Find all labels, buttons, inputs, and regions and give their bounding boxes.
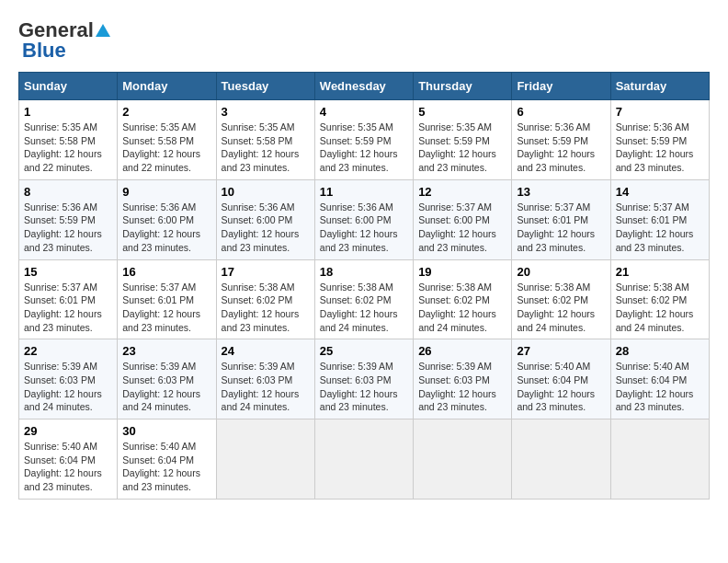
weekday-header-monday: Monday — [118, 73, 216, 100]
day-info: Sunrise: 5:39 AMSunset: 6:03 PMDaylight:… — [24, 361, 102, 412]
day-number: 24 — [222, 344, 310, 358]
calendar-day-3: 3 Sunrise: 5:35 AMSunset: 5:58 PMDayligh… — [216, 100, 314, 180]
weekday-header-thursday: Thursday — [414, 73, 512, 100]
calendar-day-17: 17 Sunrise: 5:38 AMSunset: 6:02 PMDaylig… — [216, 259, 314, 339]
calendar-day-1: 1 Sunrise: 5:35 AMSunset: 5:58 PMDayligh… — [19, 100, 118, 180]
day-info: Sunrise: 5:40 AMSunset: 6:04 PMDaylight:… — [24, 441, 102, 492]
calendar-header-row: SundayMondayTuesdayWednesdayThursdayFrid… — [19, 73, 710, 100]
day-info: Sunrise: 5:37 AMSunset: 6:01 PMDaylight:… — [517, 201, 595, 253]
calendar-day-6: 6 Sunrise: 5:36 AMSunset: 5:59 PMDayligh… — [512, 100, 610, 180]
day-number: 13 — [517, 185, 605, 199]
day-info: Sunrise: 5:36 AMSunset: 6:00 PMDaylight:… — [320, 201, 398, 253]
calendar-day-13: 13 Sunrise: 5:37 AMSunset: 6:01 PMDaylig… — [512, 179, 610, 259]
calendar-day-7: 7 Sunrise: 5:36 AMSunset: 5:59 PMDayligh… — [610, 100, 709, 180]
day-info: Sunrise: 5:36 AMSunset: 6:00 PMDaylight:… — [122, 201, 200, 253]
day-info: Sunrise: 5:36 AMSunset: 5:59 PMDaylight:… — [24, 201, 102, 253]
day-info: Sunrise: 5:38 AMSunset: 6:02 PMDaylight:… — [222, 282, 300, 333]
calendar-day-2: 2 Sunrise: 5:35 AMSunset: 5:58 PMDayligh… — [118, 100, 216, 180]
day-number: 20 — [517, 265, 605, 279]
day-info: Sunrise: 5:38 AMSunset: 6:02 PMDaylight:… — [320, 282, 398, 333]
day-number: 10 — [222, 185, 310, 199]
day-number: 16 — [122, 265, 210, 279]
calendar-day-25: 25 Sunrise: 5:39 AMSunset: 6:03 PMDaylig… — [314, 339, 413, 419]
page-header: General Blue — [18, 18, 710, 63]
calendar-empty-cell — [414, 419, 512, 500]
calendar-day-29: 29 Sunrise: 5:40 AMSunset: 6:04 PMDaylig… — [19, 419, 118, 500]
day-number: 23 — [122, 344, 210, 358]
day-info: Sunrise: 5:35 AMSunset: 5:58 PMDaylight:… — [122, 121, 200, 173]
day-number: 4 — [320, 105, 408, 119]
day-info: Sunrise: 5:35 AMSunset: 5:59 PMDaylight:… — [320, 121, 398, 173]
day-info: Sunrise: 5:36 AMSunset: 5:59 PMDaylight:… — [616, 121, 694, 173]
logo-triangle-icon — [96, 24, 110, 37]
calendar-day-12: 12 Sunrise: 5:37 AMSunset: 6:00 PMDaylig… — [414, 179, 512, 259]
calendar-day-24: 24 Sunrise: 5:39 AMSunset: 6:03 PMDaylig… — [216, 339, 314, 419]
calendar-empty-cell — [610, 419, 709, 500]
day-info: Sunrise: 5:39 AMSunset: 6:03 PMDaylight:… — [222, 361, 300, 412]
weekday-header-friday: Friday — [512, 73, 610, 100]
day-info: Sunrise: 5:38 AMSunset: 6:02 PMDaylight:… — [616, 282, 694, 333]
day-number: 11 — [320, 185, 408, 199]
day-info: Sunrise: 5:35 AMSunset: 5:59 PMDaylight:… — [418, 121, 496, 173]
day-number: 3 — [222, 105, 310, 119]
calendar-table: SundayMondayTuesdayWednesdayThursdayFrid… — [18, 72, 710, 500]
calendar-day-9: 9 Sunrise: 5:36 AMSunset: 6:00 PMDayligh… — [118, 179, 216, 259]
day-number: 18 — [320, 265, 408, 279]
calendar-day-19: 19 Sunrise: 5:38 AMSunset: 6:02 PMDaylig… — [414, 259, 512, 339]
calendar-day-18: 18 Sunrise: 5:38 AMSunset: 6:02 PMDaylig… — [314, 259, 413, 339]
day-info: Sunrise: 5:38 AMSunset: 6:02 PMDaylight:… — [418, 282, 496, 333]
day-info: Sunrise: 5:39 AMSunset: 6:03 PMDaylight:… — [122, 361, 200, 412]
day-number: 21 — [616, 265, 704, 279]
day-number: 5 — [418, 105, 506, 119]
calendar-day-14: 14 Sunrise: 5:37 AMSunset: 6:01 PMDaylig… — [610, 179, 709, 259]
day-info: Sunrise: 5:39 AMSunset: 6:03 PMDaylight:… — [418, 361, 496, 412]
calendar-empty-cell — [314, 419, 413, 500]
logo: General Blue — [18, 18, 110, 63]
calendar-day-8: 8 Sunrise: 5:36 AMSunset: 5:59 PMDayligh… — [19, 179, 118, 259]
day-info: Sunrise: 5:36 AMSunset: 5:59 PMDaylight:… — [517, 121, 595, 173]
day-number: 29 — [24, 424, 112, 438]
logo-blue-text: Blue — [18, 39, 66, 63]
calendar-day-20: 20 Sunrise: 5:38 AMSunset: 6:02 PMDaylig… — [512, 259, 610, 339]
calendar-day-22: 22 Sunrise: 5:39 AMSunset: 6:03 PMDaylig… — [19, 339, 118, 419]
calendar-day-27: 27 Sunrise: 5:40 AMSunset: 6:04 PMDaylig… — [512, 339, 610, 419]
day-number: 26 — [418, 344, 506, 358]
calendar-empty-cell — [216, 419, 314, 500]
day-number: 14 — [616, 185, 704, 199]
calendar-day-26: 26 Sunrise: 5:39 AMSunset: 6:03 PMDaylig… — [414, 339, 512, 419]
day-info: Sunrise: 5:37 AMSunset: 6:01 PMDaylight:… — [122, 282, 200, 333]
day-number: 28 — [616, 344, 704, 358]
day-number: 8 — [24, 185, 112, 199]
day-number: 12 — [418, 185, 506, 199]
calendar-week-row: 1 Sunrise: 5:35 AMSunset: 5:58 PMDayligh… — [19, 100, 710, 180]
calendar-day-21: 21 Sunrise: 5:38 AMSunset: 6:02 PMDaylig… — [610, 259, 709, 339]
day-info: Sunrise: 5:40 AMSunset: 6:04 PMDaylight:… — [616, 361, 694, 412]
day-info: Sunrise: 5:39 AMSunset: 6:03 PMDaylight:… — [320, 361, 398, 412]
weekday-header-sunday: Sunday — [19, 73, 118, 100]
day-info: Sunrise: 5:35 AMSunset: 5:58 PMDaylight:… — [24, 121, 102, 173]
weekday-header-wednesday: Wednesday — [314, 73, 413, 100]
calendar-week-row: 22 Sunrise: 5:39 AMSunset: 6:03 PMDaylig… — [19, 339, 710, 419]
day-number: 30 — [122, 424, 210, 438]
day-info: Sunrise: 5:37 AMSunset: 6:01 PMDaylight:… — [24, 282, 102, 333]
calendar-day-11: 11 Sunrise: 5:36 AMSunset: 6:00 PMDaylig… — [314, 179, 413, 259]
day-info: Sunrise: 5:40 AMSunset: 6:04 PMDaylight:… — [517, 361, 595, 412]
calendar-empty-cell — [512, 419, 610, 500]
day-info: Sunrise: 5:37 AMSunset: 6:01 PMDaylight:… — [616, 201, 694, 253]
weekday-header-tuesday: Tuesday — [216, 73, 314, 100]
calendar-day-28: 28 Sunrise: 5:40 AMSunset: 6:04 PMDaylig… — [610, 339, 709, 419]
day-number: 22 — [24, 344, 112, 358]
day-number: 9 — [122, 185, 210, 199]
calendar-day-30: 30 Sunrise: 5:40 AMSunset: 6:04 PMDaylig… — [118, 419, 216, 500]
calendar-day-15: 15 Sunrise: 5:37 AMSunset: 6:01 PMDaylig… — [19, 259, 118, 339]
day-number: 17 — [222, 265, 310, 279]
day-info: Sunrise: 5:40 AMSunset: 6:04 PMDaylight:… — [122, 441, 200, 492]
calendar-day-16: 16 Sunrise: 5:37 AMSunset: 6:01 PMDaylig… — [118, 259, 216, 339]
day-number: 15 — [24, 265, 112, 279]
calendar-day-5: 5 Sunrise: 5:35 AMSunset: 5:59 PMDayligh… — [414, 100, 512, 180]
day-info: Sunrise: 5:35 AMSunset: 5:58 PMDaylight:… — [222, 121, 300, 173]
day-number: 19 — [418, 265, 506, 279]
calendar-week-row: 15 Sunrise: 5:37 AMSunset: 6:01 PMDaylig… — [19, 259, 710, 339]
day-info: Sunrise: 5:38 AMSunset: 6:02 PMDaylight:… — [517, 282, 595, 333]
calendar-week-row: 29 Sunrise: 5:40 AMSunset: 6:04 PMDaylig… — [19, 419, 710, 500]
